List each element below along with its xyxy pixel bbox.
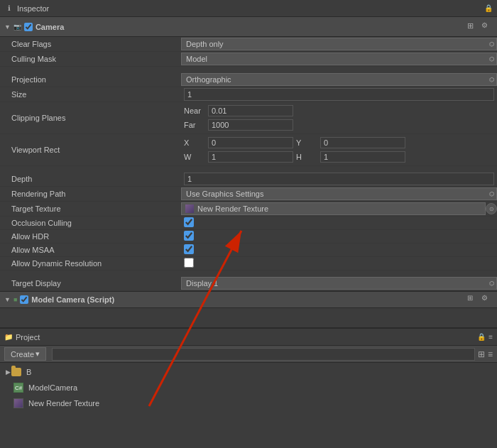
clear-flags-value[interactable]: Depth only	[181, 38, 497, 50]
list-item[interactable]: C# ModelCamera	[0, 380, 497, 395]
x-label: X	[184, 138, 205, 147]
target-texture-select-button[interactable]: ⊙	[486, 203, 497, 214]
target-texture-row: Target Texture New Render Texture ⊙	[0, 202, 497, 217]
depth-row: Depth	[0, 172, 497, 187]
target-display-value[interactable]: Display 1	[181, 277, 497, 290]
x-input[interactable]	[208, 137, 293, 148]
model-camera-script-icon: C#	[13, 383, 23, 393]
size-value	[181, 88, 497, 101]
viewport-rect-values: X Y W H	[181, 135, 497, 165]
b-folder-icon-wrapper	[11, 366, 22, 378]
create-label: Create	[11, 350, 34, 359]
viewport-xy-row: X Y	[184, 136, 494, 149]
render-texture-icon-wrapper	[13, 398, 24, 409]
target-display-label: Target Display	[0, 279, 181, 288]
inspector-header: ℹ Inspector 🔒	[0, 0, 497, 17]
clear-flags-label: Clear Flags	[0, 40, 181, 48]
project-folder-icon: 📁	[4, 333, 13, 341]
inspector-panel: ℹ Inspector 🔒 ▼ 📷 Camera ⊞ ⚙ Clear Flags…	[0, 0, 497, 308]
list-item[interactable]: New Render Texture	[0, 395, 497, 411]
component-title: Camera	[36, 23, 64, 31]
project-list: ▶ B C# ModelCamera New Render Texture	[0, 363, 497, 413]
allow-msaa-value	[181, 244, 497, 256]
component-enabled-checkbox[interactable]	[24, 23, 33, 31]
h-label: H	[296, 153, 317, 161]
y-label: Y	[296, 138, 317, 147]
far-label: Far	[184, 121, 205, 129]
script-settings-icon[interactable]: ⚙	[481, 294, 493, 305]
target-texture-field[interactable]: New Render Texture	[181, 202, 486, 215]
target-display-dropdown-wrapper[interactable]: Display 1 ⬡	[181, 277, 497, 290]
rendering-path-label: Rendering Path	[0, 190, 181, 198]
clear-flags-row: Clear Flags Depth only ⬡	[0, 37, 497, 52]
script-collapse-arrow[interactable]: ▼	[4, 296, 11, 303]
viewport-rect-row: Viewport Rect X Y W H	[0, 134, 497, 166]
b-label: B	[26, 368, 31, 376]
projection-label: Projection	[0, 75, 181, 84]
allow-dynamic-resolution-label: Allow Dynamic Resolution	[0, 259, 181, 268]
culling-mask-value[interactable]: Model	[181, 53, 497, 65]
project-toolbar: Create ▾ ⊞ ≡	[0, 346, 497, 363]
create-button[interactable]: Create ▾	[4, 347, 46, 361]
size-row: Size	[0, 87, 497, 102]
component-settings-icon[interactable]: ⚙	[481, 21, 493, 33]
component-header-buttons: ⊞ ⚙	[467, 21, 493, 33]
viewport-wh-row: W H	[184, 151, 494, 163]
component-expand-icon[interactable]: ⊞	[467, 21, 479, 33]
culling-mask-dropdown-wrapper[interactable]: Model ⬡	[181, 53, 497, 65]
inspector-header-icons: 🔒	[484, 4, 493, 12]
project-list-icon[interactable]: ≡	[488, 349, 493, 359]
w-input[interactable]	[208, 151, 293, 163]
clear-flags-dropdown-wrapper[interactable]: Depth only ⬡	[181, 38, 497, 50]
list-item[interactable]: ▶ B	[0, 364, 497, 380]
allow-msaa-checkbox[interactable]	[184, 244, 194, 254]
near-label: Near	[184, 106, 205, 115]
project-panel-header: 📁 Project 🔒 ≡	[0, 329, 497, 346]
b-expand-arrow[interactable]: ▶	[6, 368, 11, 376]
projection-value[interactable]: Orthographic	[181, 73, 497, 86]
render-texture-label: New Render Texture	[28, 399, 99, 408]
rendering-path-row: Rendering Path Use Graphics Settings ⬡	[0, 187, 497, 202]
far-input[interactable]	[208, 119, 293, 131]
script-enabled-checkbox[interactable]	[20, 295, 28, 304]
size-input[interactable]	[184, 88, 494, 101]
clipping-planes-row: Clipping Planes Near Far	[0, 102, 497, 134]
clipping-planes-values: Near Far	[181, 103, 497, 133]
allow-hdr-row: Allow HDR	[0, 230, 497, 244]
camera-component-header: ▼ 📷 Camera ⊞ ⚙	[0, 17, 497, 37]
viewport-rect-label: Viewport Rect	[0, 146, 181, 154]
script-header-buttons: ⊞ ⚙	[467, 294, 493, 305]
project-panel: 📁 Project 🔒 ≡ Create ▾ ⊞ ≡ ▶ B	[0, 327, 497, 448]
lock-icon[interactable]: 🔒	[484, 4, 493, 12]
size-label: Size	[0, 90, 181, 99]
allow-hdr-checkbox[interactable]	[184, 231, 194, 241]
depth-value	[181, 173, 497, 185]
depth-input[interactable]	[184, 173, 494, 185]
separator-2	[0, 166, 497, 172]
allow-hdr-value	[181, 231, 497, 242]
occlusion-culling-checkbox[interactable]	[184, 217, 194, 227]
rendering-path-value[interactable]: Use Graphics Settings	[181, 187, 497, 200]
allow-dynamic-resolution-value	[181, 258, 497, 269]
rendering-path-dropdown-wrapper[interactable]: Use Graphics Settings ⬡	[181, 187, 497, 200]
component-collapse-arrow[interactable]: ▼	[4, 23, 11, 31]
y-input[interactable]	[320, 137, 405, 148]
properties-container: Clear Flags Depth only ⬡ Culling Mask Mo…	[0, 37, 497, 291]
culling-mask-label: Culling Mask	[0, 55, 181, 63]
projection-dropdown-wrapper[interactable]: Orthographic ⬡	[181, 73, 497, 86]
script-expand-icon[interactable]: ⊞	[467, 294, 479, 305]
h-input[interactable]	[320, 151, 405, 163]
clipping-planes-label: Clipping Planes	[0, 114, 181, 122]
near-input[interactable]	[208, 105, 293, 116]
component-favicon: 📷	[13, 23, 21, 31]
project-menu-icon[interactable]: ≡	[488, 333, 493, 341]
project-search-input[interactable]	[52, 348, 475, 361]
model-camera-icon-wrapper: C#	[13, 382, 24, 393]
projection-row: Projection Orthographic ⬡	[0, 72, 497, 87]
allow-dynamic-resolution-checkbox[interactable]	[184, 258, 194, 268]
project-header-icons: 🔒 ≡	[477, 333, 493, 341]
target-texture-label: Target Texture	[0, 204, 181, 213]
project-toolbar-icons: ⊞ ≡	[478, 349, 493, 359]
project-columns-icon[interactable]: ⊞	[478, 349, 485, 359]
project-lock-icon[interactable]: 🔒	[477, 333, 486, 341]
